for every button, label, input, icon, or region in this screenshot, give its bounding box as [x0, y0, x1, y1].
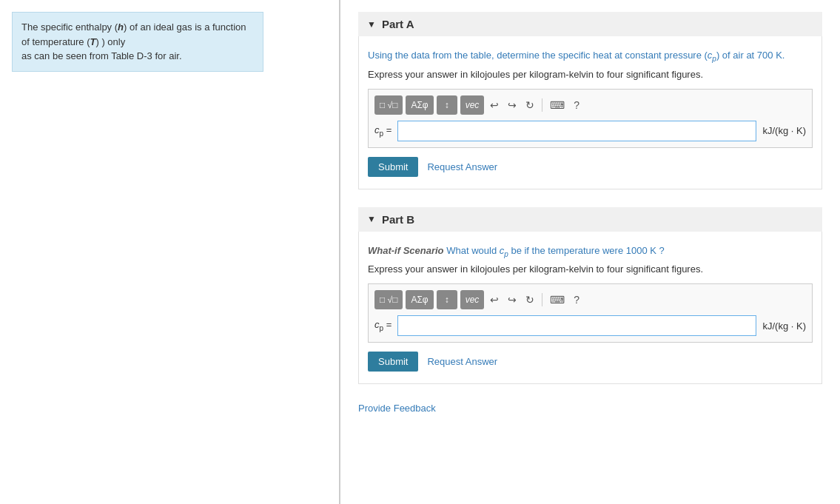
part-b-temp: 1000 K	[626, 245, 656, 256]
part-b-vec-button[interactable]: vec	[460, 290, 485, 309]
part-b-arrows-icon: ↕	[445, 295, 449, 305]
part-a-actions: Submit Request Answer	[368, 157, 813, 177]
part-a-cp-label: cp =	[374, 124, 392, 138]
info-text: The specific enthalpy (h) of an ideal ga…	[21, 21, 246, 61]
part-a-input-row: cp = kJ/(kg · K)	[374, 121, 806, 141]
part-a-question-end: .	[782, 50, 785, 61]
arrows-button[interactable]: ↕	[437, 95, 457, 115]
part-a-express: Express your answer in kilojoules per ki…	[368, 69, 813, 80]
undo-icon: ↩	[490, 99, 499, 111]
undo-button[interactable]: ↩	[487, 98, 502, 112]
part-b-redo-icon: ↪	[508, 294, 517, 306]
radical-icon: □ √□	[380, 100, 397, 110]
part-b-question-what: What would	[444, 245, 500, 256]
part-b-express: Express your answer in kilojoules per ki…	[368, 263, 813, 275]
part-a-unit: kJ/(kg · K)	[762, 125, 806, 136]
part-b-refresh-button[interactable]: ↻	[523, 292, 537, 307]
toolbar-separator	[542, 98, 542, 112]
keyboard-button[interactable]: ⌨	[547, 98, 568, 112]
part-b-toolbar-separator	[542, 293, 542, 306]
redo-icon: ↪	[508, 99, 517, 111]
vec-label: vec	[466, 100, 480, 110]
part-b-help-icon: ?	[574, 294, 579, 306]
left-panel: The specific enthalpy (h) of an ideal ga…	[0, 0, 340, 504]
vec-button[interactable]: vec	[460, 95, 485, 115]
radical-button[interactable]: □ √□	[374, 95, 403, 115]
part-b-vec-label: vec	[466, 295, 480, 305]
info-box: The specific enthalpy (h) of an ideal ga…	[12, 12, 263, 72]
what-if-label: What-if Scenario	[368, 245, 444, 256]
symbols-button[interactable]: ΑΣφ	[406, 95, 433, 115]
part-b-symbols-button[interactable]: ΑΣφ	[406, 290, 433, 309]
refresh-icon: ↻	[525, 99, 534, 111]
part-b-arrows-button[interactable]: ↕	[437, 290, 457, 309]
keyboard-icon: ⌨	[550, 99, 565, 111]
part-b-redo-button[interactable]: ↪	[505, 292, 520, 307]
part-b-section: ▼ Part B What-if Scenario What would cp …	[358, 207, 822, 385]
right-panel: ▼ Part A Using the data from the table, …	[340, 0, 840, 504]
part-b-question-mid: be if the temperature were	[508, 245, 626, 256]
part-b-submit-button[interactable]: Submit	[368, 352, 418, 372]
part-b-toolbar: □ √□ ΑΣφ ↕ vec ↩ ↪ ↻ ⌨ ?	[374, 290, 806, 309]
part-b-keyboard-button[interactable]: ⌨	[547, 292, 568, 307]
part-b-request-link[interactable]: Request Answer	[427, 356, 497, 367]
part-b-actions: Submit Request Answer	[368, 352, 813, 372]
part-a-question: Using the data from the table, determine…	[368, 48, 813, 64]
part-b-undo-button[interactable]: ↩	[487, 292, 502, 307]
part-a-request-label: Request Answer	[427, 161, 497, 172]
part-a-section: ▼ Part A Using the data from the table, …	[358, 12, 822, 189]
part-b-body: What-if Scenario What would cp be if the…	[358, 232, 822, 385]
part-b-header[interactable]: ▼ Part B	[358, 207, 822, 232]
part-b-cp-sub: cp	[500, 245, 508, 256]
feedback-section: Provide Feedback	[358, 402, 822, 414]
part-b-input-row: cp = kJ/(kg · K)	[374, 315, 806, 336]
help-icon: ?	[574, 99, 579, 111]
part-a-answer-input[interactable]	[397, 121, 756, 141]
chevron-down-icon: ▼	[367, 19, 376, 30]
part-a-submit-label: Submit	[378, 161, 408, 172]
part-a-question-intro: Using the data from the table, determine…	[368, 50, 708, 61]
part-a-question-mid: ) of air at	[716, 50, 757, 61]
part-b-unit: kJ/(kg · K)	[762, 320, 806, 332]
part-a-header[interactable]: ▼ Part A	[358, 12, 822, 36]
help-button[interactable]: ?	[571, 98, 582, 112]
part-a-temp: 700 K	[757, 50, 782, 61]
part-a-toolbar: □ √□ ΑΣφ ↕ vec ↩ ↪ ↻ ⌨ ?	[374, 95, 806, 115]
part-a-request-link[interactable]: Request Answer	[427, 161, 497, 172]
part-b-radical-button[interactable]: □ √□	[374, 290, 403, 309]
provide-feedback-link[interactable]: Provide Feedback	[358, 403, 436, 414]
refresh-button[interactable]: ↻	[523, 98, 537, 112]
part-b-cp-label: cp =	[374, 319, 392, 332]
part-a-editor: □ √□ ΑΣφ ↕ vec ↩ ↪ ↻ ⌨ ? cp = kJ	[368, 89, 813, 148]
redo-button[interactable]: ↪	[505, 98, 520, 112]
part-b-symbols-icon: ΑΣφ	[411, 295, 428, 305]
part-b-keyboard-icon: ⌨	[550, 294, 565, 306]
arrows-icon: ↕	[445, 100, 449, 110]
provide-feedback-label: Provide Feedback	[358, 403, 436, 414]
part-b-help-button[interactable]: ?	[571, 292, 582, 307]
part-b-radical-icon: □ √□	[380, 295, 397, 305]
part-b-request-label: Request Answer	[427, 356, 497, 367]
part-b-label: Part B	[382, 213, 414, 226]
part-b-submit-label: Submit	[378, 356, 408, 367]
part-b-refresh-icon: ↻	[525, 294, 534, 306]
part-b-editor: □ √□ ΑΣφ ↕ vec ↩ ↪ ↻ ⌨ ? cp = kJ	[368, 283, 813, 343]
part-a-body: Using the data from the table, determine…	[358, 36, 822, 189]
symbols-icon: ΑΣφ	[411, 100, 428, 110]
part-b-question: What-if Scenario What would cp be if the…	[368, 243, 813, 260]
part-b-answer-input[interactable]	[397, 315, 756, 336]
part-a-cp-sub: cp	[708, 50, 716, 61]
part-a-label: Part A	[382, 18, 414, 30]
part-a-submit-button[interactable]: Submit	[368, 157, 418, 177]
part-b-question-end: ?	[656, 245, 665, 256]
chevron-down-icon-b: ▼	[367, 214, 376, 224]
part-b-undo-icon: ↩	[490, 294, 499, 306]
